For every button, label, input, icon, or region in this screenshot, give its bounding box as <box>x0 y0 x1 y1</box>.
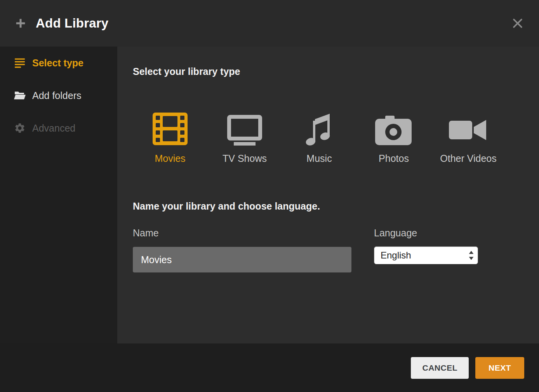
library-type-heading: Select your library type <box>133 66 523 77</box>
gear-icon <box>14 122 26 134</box>
video-camera-icon <box>449 111 488 146</box>
sidebar-item-label: Add folders <box>32 90 81 101</box>
library-type-label: Music <box>306 153 332 164</box>
library-type-other-videos[interactable]: Other Videos <box>439 111 498 164</box>
library-type-label: Photos <box>379 153 409 164</box>
library-type-music[interactable]: Music <box>290 111 349 164</box>
library-type-label: Other Videos <box>440 153 496 164</box>
language-field-group: Language English <box>374 227 478 272</box>
library-type-label: TV Shows <box>223 153 267 164</box>
language-select[interactable]: English <box>374 246 478 264</box>
dialog-title: Add Library <box>36 16 108 31</box>
sidebar-item-label: Advanced <box>32 123 75 134</box>
dialog-footer: CANCEL NEXT <box>0 343 539 392</box>
add-library-dialog: Add Library Select type <box>0 0 539 392</box>
film-strip-icon <box>152 111 188 146</box>
library-type-photos[interactable]: Photos <box>364 111 423 164</box>
select-arrows-icon <box>468 250 474 261</box>
main-content: Select your library type <box>117 47 539 343</box>
library-type-tv-shows[interactable]: TV Shows <box>215 111 274 164</box>
music-note-icon <box>305 111 334 146</box>
sidebar-item-add-folders[interactable]: Add folders <box>0 79 117 112</box>
dialog-body: Select type Add folders Advanced <box>0 47 539 343</box>
next-button[interactable]: NEXT <box>475 357 524 379</box>
close-button[interactable] <box>511 17 524 30</box>
name-label: Name <box>133 227 351 239</box>
close-icon <box>511 17 524 30</box>
camera-icon <box>375 111 412 146</box>
language-select-value: English <box>381 250 411 261</box>
library-type-list: Movies TV Shows <box>141 111 523 164</box>
tv-icon <box>225 111 264 146</box>
cancel-button[interactable]: CANCEL <box>411 357 469 379</box>
library-type-movies[interactable]: Movies <box>141 111 200 164</box>
name-field-group: Name <box>133 227 351 272</box>
sidebar-item-label: Select type <box>32 57 83 69</box>
library-name-input[interactable] <box>133 247 351 272</box>
name-language-heading: Name your library and choose language. <box>133 201 523 212</box>
sidebar: Select type Add folders Advanced <box>0 47 117 343</box>
sidebar-item-select-type[interactable]: Select type <box>0 47 117 79</box>
sidebar-item-advanced[interactable]: Advanced <box>0 112 117 144</box>
dialog-header: Add Library <box>0 0 539 47</box>
folder-icon <box>14 90 26 101</box>
list-icon <box>14 57 26 69</box>
plus-icon <box>15 17 26 29</box>
language-label: Language <box>374 227 478 239</box>
name-language-form: Name Language English <box>133 227 523 272</box>
library-type-label: Movies <box>155 153 185 164</box>
